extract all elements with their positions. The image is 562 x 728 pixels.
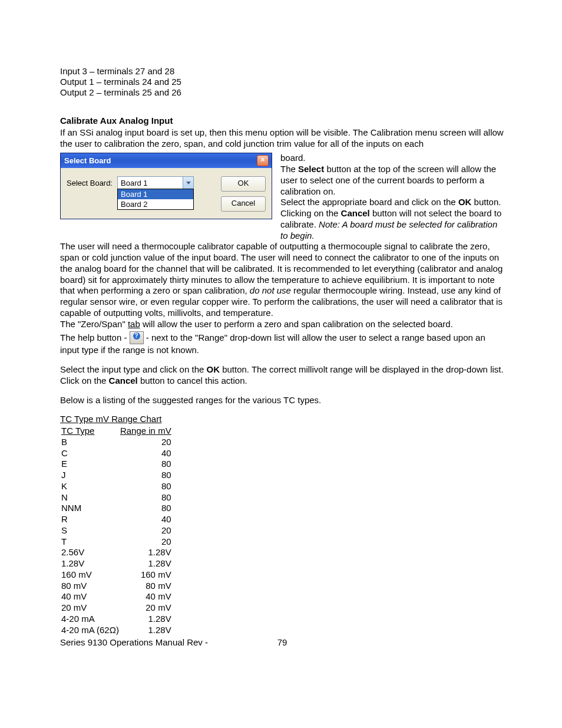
table-row: S20: [60, 525, 173, 536]
table-header-range: Range in mV: [120, 426, 173, 437]
range-cell: 40: [120, 514, 173, 525]
right-line-board: board.: [280, 153, 504, 164]
dialog-title: Select Board: [64, 156, 257, 165]
range-cell: 40 mV: [120, 591, 173, 602]
tc-type-cell: B: [60, 437, 120, 448]
table-row: T20: [60, 536, 173, 548]
tc-type-cell: N: [60, 492, 120, 503]
table-row: 160 mV160 mV: [60, 569, 173, 581]
intro-lines: Input 3 – terminals 27 and 28 Output 1 –…: [60, 66, 504, 98]
range-cell: 1.28V: [120, 625, 173, 636]
paragraph-1: If an SSi analog input board is set up, …: [60, 127, 504, 150]
range-cell: 20 mV: [120, 602, 173, 614]
tc-type-cell: J: [60, 470, 120, 481]
table-row: 20 mV20 mV: [60, 602, 173, 614]
table-row: 80 mV80 mV: [60, 581, 173, 592]
tc-type-cell: 40 mV: [60, 591, 120, 602]
table-row: 4-20 mA (62Ω)1.28V: [60, 625, 173, 636]
range-cell: 20: [120, 525, 173, 536]
paragraph-main: The user will need a thermocouple calibr…: [60, 241, 504, 318]
tc-type-cell: R: [60, 514, 120, 525]
range-cell: 40: [120, 448, 173, 459]
table-row: R40: [60, 514, 173, 525]
combobox-value: Board 1: [118, 179, 183, 187]
range-cell: 20: [120, 536, 173, 548]
tc-type-cell: 160 mV: [60, 569, 120, 581]
intro-line-2: Output 1 – terminals 24 and 25: [60, 77, 504, 87]
help-icon[interactable]: [130, 331, 144, 344]
tc-type-cell: 20 mV: [60, 602, 120, 614]
range-cell: 1.28V: [120, 547, 173, 558]
intro-line-1: Input 3 – terminals 27 and 28: [60, 66, 504, 77]
table-row: 4-20 mA1.28V: [60, 614, 173, 625]
chart-title: TC Type mV Range Chart: [60, 414, 504, 425]
right-line-select: The Select button at the top of the scre…: [280, 164, 504, 197]
table-row: C40: [60, 448, 173, 459]
table-row: NNM80: [60, 503, 173, 514]
range-cell: 80: [120, 459, 173, 470]
table-row: B20: [60, 437, 173, 448]
tc-type-chart: TC Type Range in mV B20C40E80J80K80N80NN…: [60, 426, 173, 635]
tc-type-cell: 80 mV: [60, 581, 120, 592]
select-board-dialog: Select Board × Select Board: Board 1 Boa…: [60, 153, 272, 219]
range-cell: 1.28V: [120, 614, 173, 625]
tc-type-cell: NNM: [60, 503, 120, 514]
tc-type-cell: 4-20 mA: [60, 614, 120, 625]
select-board-combobox[interactable]: Board 1: [117, 176, 194, 189]
table-header-row: TC Type Range in mV: [60, 426, 173, 437]
ok-button[interactable]: OK: [221, 176, 266, 192]
select-input-paragraph: Select the input type and click on the O…: [60, 364, 504, 387]
select-board-label: Select Board:: [67, 176, 113, 187]
tc-type-cell: 2.56V: [60, 547, 120, 558]
tc-type-cell: S: [60, 525, 120, 536]
below-listing-line: Below is a listing of the suggested rang…: [60, 395, 504, 406]
chevron-down-icon[interactable]: [183, 177, 193, 189]
tc-type-cell: E: [60, 459, 120, 470]
combobox-option[interactable]: Board 1: [118, 189, 193, 199]
range-cell: 80: [120, 470, 173, 481]
range-cell: 160 mV: [120, 569, 173, 581]
help-button-line: The help button - - next to the "Range" …: [60, 332, 504, 356]
table-row: J80: [60, 470, 173, 481]
zero-span-line: The "Zero/Span" tab will allow the user …: [60, 319, 504, 330]
right-column-text: board. The Select button at the top of t…: [280, 153, 504, 241]
footer-text: Series 9130 Operations Manual Rev -: [60, 637, 270, 647]
range-cell: 80: [120, 503, 173, 514]
table-row: 40 mV40 mV: [60, 591, 173, 602]
range-cell: 80: [120, 481, 173, 492]
range-cell: 1.28V: [120, 558, 173, 569]
footer-page-number: 79: [270, 637, 294, 647]
range-cell: 20: [120, 437, 173, 448]
range-cell: 80: [120, 492, 173, 503]
tc-type-cell: K: [60, 481, 120, 492]
page-footer: Series 9130 Operations Manual Rev - 79: [60, 637, 504, 647]
dialog-titlebar: Select Board ×: [61, 153, 272, 168]
tc-type-cell: 4-20 mA (62Ω): [60, 625, 120, 636]
range-cell: 80 mV: [120, 581, 173, 592]
combobox-option[interactable]: Board 2: [118, 199, 193, 209]
tc-type-cell: 1.28V: [60, 558, 120, 569]
intro-line-3: Output 2 – terminals 25 and 26: [60, 87, 504, 98]
table-row: N80: [60, 492, 173, 503]
table-row: E80: [60, 459, 173, 470]
cancel-button[interactable]: Cancel: [221, 196, 266, 212]
table-header-tctype: TC Type: [60, 426, 120, 437]
table-row: 1.28V1.28V: [60, 558, 173, 569]
combobox-dropdown: Board 1 Board 2: [117, 189, 194, 210]
section-heading: Calibrate Aux Analog Input: [60, 116, 504, 127]
tc-type-cell: C: [60, 448, 120, 459]
right-line-okcancel: Select the appropriate board and click o…: [280, 197, 504, 241]
tc-type-cell: T: [60, 536, 120, 548]
table-row: 2.56V1.28V: [60, 547, 173, 558]
table-row: K80: [60, 481, 173, 492]
close-icon[interactable]: ×: [257, 155, 269, 166]
